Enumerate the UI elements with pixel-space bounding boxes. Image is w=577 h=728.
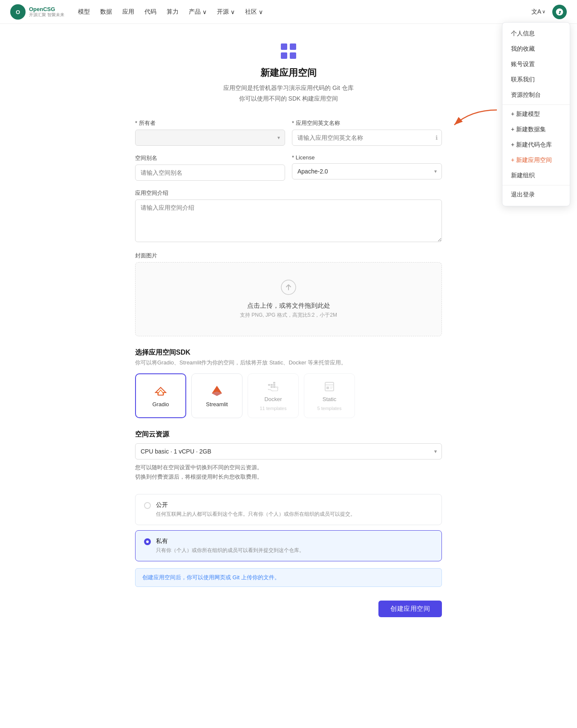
submit-button[interactable]: 创建应用空间	[378, 601, 442, 617]
dropdown-new-dataset[interactable]: + 新建数据集	[502, 122, 570, 137]
docker-templates: 11 templates	[260, 406, 287, 411]
visibility-public-option[interactable]: 公开 任何互联网上的人都可以看到这个仓库。只有你（个人）或你所在组织的成员可以提…	[135, 494, 442, 525]
name-info-icon: ℹ	[436, 134, 438, 141]
page-title: 新建应用空间	[135, 66, 442, 79]
nav-data[interactable]: 数据	[100, 8, 112, 16]
svg-rect-10	[271, 384, 273, 386]
static-icon	[323, 381, 335, 393]
svg-rect-9	[268, 384, 270, 386]
dropdown-favorites[interactable]: 我的收藏	[502, 41, 570, 57]
svg-rect-12	[271, 386, 273, 388]
nav-models[interactable]: 模型	[78, 8, 90, 16]
upload-hint: 支持 PNG, JPG 格式，高宽比5:2，小于2M	[144, 312, 433, 319]
dropdown-new-app[interactable]: + 新建应用空间	[502, 153, 570, 168]
gradio-name: Gradio	[152, 401, 169, 407]
svg-text:O: O	[16, 9, 20, 15]
alias-group: 空间别名	[135, 154, 285, 181]
dropdown-settings[interactable]: 账号设置	[502, 57, 570, 72]
main-content: 新建应用空间 应用空间是托管机器学习演示应用代码的 Git 仓库 你可以使用不同…	[127, 24, 450, 643]
brand-tagline: 开源汇聚 智聚未来	[29, 12, 64, 17]
svg-rect-3	[281, 43, 287, 50]
navbar-right: 文A ∨	[531, 5, 567, 19]
user-icon	[555, 8, 564, 16]
gradio-icon	[154, 384, 167, 398]
sdk-option-gradio[interactable]: Gradio	[135, 373, 186, 418]
svg-rect-5	[281, 52, 287, 59]
user-avatar-button[interactable]	[552, 5, 567, 19]
nav-links: 模型 数据 应用 代码 算力 产品 ∨ 开源 ∨ 社区 ∨	[78, 8, 531, 16]
desc-group: 应用空间介绍	[135, 189, 442, 243]
svg-rect-11	[273, 384, 275, 386]
apps-grid-icon	[278, 41, 299, 61]
brand-logo[interactable]: O OpenCSG 开源汇聚 智聚未来	[10, 4, 64, 20]
license-group: * License Apache-2.0 MIT GPL-3.0 BSD-2-C…	[292, 154, 442, 181]
svg-rect-4	[290, 43, 296, 50]
static-templates: 5 templates	[317, 406, 342, 411]
visibility-public-radio	[144, 502, 151, 509]
sdk-option-static: Static 5 templates	[304, 373, 355, 418]
resources-select[interactable]: CPU basic · 1 vCPU · 2GB CPU medium · 2 …	[135, 443, 442, 459]
dropdown-new-repo[interactable]: + 新建代码仓库	[502, 137, 570, 153]
logo-icon: O	[10, 4, 26, 20]
dropdown-new-org[interactable]: 新建组织	[502, 168, 570, 183]
owner-group: * 所有者	[135, 119, 285, 146]
svg-rect-6	[290, 52, 296, 59]
submit-section: 创建应用空间	[135, 597, 442, 617]
visibility-private-content: 私有 只有你（个人）或你所在组织的成员可以看到并提交到这个仓库。	[156, 537, 433, 554]
page-subtitle: 应用空间是托管机器学习演示应用代码的 Git 仓库 你可以使用不同的 SDK 构…	[135, 83, 442, 104]
visibility-private-radio	[144, 538, 151, 545]
dropdown-console[interactable]: 资源控制台	[502, 87, 570, 103]
nav-compute[interactable]: 算力	[167, 8, 179, 16]
dropdown-profile[interactable]: 个人信息	[502, 26, 570, 41]
visibility-public-content: 公开 任何互联网上的人都可以看到这个仓库。只有你（个人）或你所在组织的成员可以提…	[156, 501, 433, 518]
resources-section: 空间云资源 CPU basic · 1 vCPU · 2GB CPU mediu…	[135, 430, 442, 482]
user-dropdown-menu: 个人信息 我的收藏 账号设置 联系我们 资源控制台 + 新建模型 + 新建数据集…	[502, 22, 570, 206]
navbar: O OpenCSG 开源汇聚 智聚未来 模型 数据 应用 代码 算力 产品 ∨ …	[0, 0, 577, 24]
upload-area[interactable]: 点击上传，或将文件拖到此处 支持 PNG, JPG 格式，高宽比5:2，小于2M	[135, 262, 442, 336]
svg-rect-15	[325, 382, 334, 391]
svg-rect-8	[154, 384, 167, 398]
static-name: Static	[323, 396, 337, 402]
cover-group: 封面图片 点击上传，或将文件拖到此处 支持 PNG, JPG 格式，高宽比5:2…	[135, 252, 442, 336]
language-button[interactable]: 文A ∨	[531, 8, 545, 16]
sdk-section: 选择应用空间SDK 你可以将Gradio、Streamlit作为你的空间，后续将…	[135, 348, 442, 418]
page-icon-wrapper	[135, 41, 442, 61]
owner-select[interactable]	[135, 130, 285, 146]
svg-rect-16	[326, 387, 329, 389]
svg-rect-14	[273, 382, 275, 384]
desc-textarea[interactable]	[135, 199, 442, 242]
nav-apps[interactable]: 应用	[122, 8, 134, 16]
desc-label: 应用空间介绍	[135, 189, 442, 197]
visibility-public-desc: 任何互联网上的人都可以看到这个仓库。只有你（个人）或你所在组织的成员可以提交。	[156, 511, 433, 518]
name-input-wrapper: ℹ	[292, 130, 442, 146]
dropdown-logout[interactable]: 退出登录	[502, 187, 570, 202]
owner-label: * 所有者	[135, 119, 285, 127]
sdk-section-desc: 你可以将Gradio、Streamlit作为你的空间，后续将开放 Static、…	[135, 359, 442, 367]
brand-name: OpenCSG	[29, 6, 64, 13]
streamlit-icon	[210, 384, 224, 398]
resources-desc: 您可以随时在空间设置中切换到不同的空间云资源。 切换到付费资源后，将根据使用时长…	[135, 463, 442, 482]
license-select[interactable]: Apache-2.0 MIT GPL-3.0 BSD-2-Clause	[292, 163, 442, 179]
visibility-private-option[interactable]: 私有 只有你（个人）或你所在组织的成员可以看到并提交到这个仓库。	[135, 530, 442, 561]
page-header: 新建应用空间 应用空间是托管机器学习演示应用代码的 Git 仓库 你可以使用不同…	[135, 41, 442, 104]
nav-community[interactable]: 社区 ∨	[245, 8, 263, 16]
cover-label: 封面图片	[135, 252, 442, 260]
alias-input[interactable]	[135, 165, 285, 181]
nav-code[interactable]: 代码	[144, 8, 156, 16]
visibility-public-title: 公开	[156, 501, 433, 509]
dropdown-divider-2	[502, 185, 570, 185]
owner-select-wrapper	[135, 130, 285, 146]
name-input[interactable]	[292, 130, 442, 146]
sdk-section-title: 选择应用空间SDK	[135, 348, 442, 357]
nav-products[interactable]: 产品 ∨	[189, 8, 207, 16]
dropdown-new-model[interactable]: + 新建模型	[502, 107, 570, 122]
streamlit-name: Streamlit	[206, 401, 228, 407]
visibility-private-title: 私有	[156, 537, 433, 545]
upload-text: 点击上传，或将文件拖到此处	[144, 302, 433, 310]
resources-title: 空间云资源	[135, 430, 442, 439]
sdk-option-streamlit[interactable]: Streamlit	[191, 373, 242, 418]
sdk-option-docker: Docker 11 templates	[248, 373, 299, 418]
nav-opensource[interactable]: 开源 ∨	[217, 8, 235, 16]
dropdown-contact[interactable]: 联系我们	[502, 72, 570, 87]
name-group: * 应用空间英文名称 ℹ	[292, 119, 442, 146]
